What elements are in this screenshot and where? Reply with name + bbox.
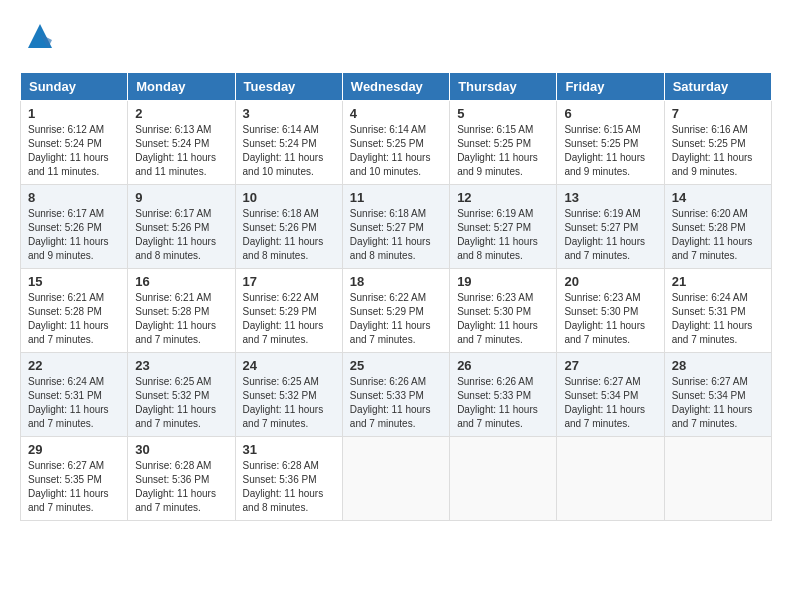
day-header-monday: Monday bbox=[128, 73, 235, 101]
day-info: Sunrise: 6:23 AM Sunset: 5:30 PM Dayligh… bbox=[564, 291, 656, 347]
day-info: Sunrise: 6:27 AM Sunset: 5:35 PM Dayligh… bbox=[28, 459, 120, 515]
day-info: Sunrise: 6:15 AM Sunset: 5:25 PM Dayligh… bbox=[457, 123, 549, 179]
day-number: 28 bbox=[672, 358, 764, 373]
day-number: 11 bbox=[350, 190, 442, 205]
calendar-cell bbox=[450, 437, 557, 521]
day-header-wednesday: Wednesday bbox=[342, 73, 449, 101]
day-info: Sunrise: 6:21 AM Sunset: 5:28 PM Dayligh… bbox=[28, 291, 120, 347]
calendar-cell: 20 Sunrise: 6:23 AM Sunset: 5:30 PM Dayl… bbox=[557, 269, 664, 353]
day-info: Sunrise: 6:13 AM Sunset: 5:24 PM Dayligh… bbox=[135, 123, 227, 179]
day-info: Sunrise: 6:18 AM Sunset: 5:27 PM Dayligh… bbox=[350, 207, 442, 263]
calendar-cell bbox=[557, 437, 664, 521]
calendar-cell: 12 Sunrise: 6:19 AM Sunset: 5:27 PM Dayl… bbox=[450, 185, 557, 269]
day-info: Sunrise: 6:24 AM Sunset: 5:31 PM Dayligh… bbox=[28, 375, 120, 431]
day-info: Sunrise: 6:17 AM Sunset: 5:26 PM Dayligh… bbox=[135, 207, 227, 263]
calendar-cell: 9 Sunrise: 6:17 AM Sunset: 5:26 PM Dayli… bbox=[128, 185, 235, 269]
calendar-cell: 28 Sunrise: 6:27 AM Sunset: 5:34 PM Dayl… bbox=[664, 353, 771, 437]
calendar-cell: 30 Sunrise: 6:28 AM Sunset: 5:36 PM Dayl… bbox=[128, 437, 235, 521]
day-number: 29 bbox=[28, 442, 120, 457]
day-number: 4 bbox=[350, 106, 442, 121]
day-number: 23 bbox=[135, 358, 227, 373]
day-info: Sunrise: 6:17 AM Sunset: 5:26 PM Dayligh… bbox=[28, 207, 120, 263]
day-info: Sunrise: 6:19 AM Sunset: 5:27 PM Dayligh… bbox=[457, 207, 549, 263]
day-info: Sunrise: 6:22 AM Sunset: 5:29 PM Dayligh… bbox=[350, 291, 442, 347]
day-info: Sunrise: 6:15 AM Sunset: 5:25 PM Dayligh… bbox=[564, 123, 656, 179]
calendar-cell: 8 Sunrise: 6:17 AM Sunset: 5:26 PM Dayli… bbox=[21, 185, 128, 269]
day-info: Sunrise: 6:21 AM Sunset: 5:28 PM Dayligh… bbox=[135, 291, 227, 347]
day-info: Sunrise: 6:12 AM Sunset: 5:24 PM Dayligh… bbox=[28, 123, 120, 179]
calendar-cell: 16 Sunrise: 6:21 AM Sunset: 5:28 PM Dayl… bbox=[128, 269, 235, 353]
calendar-cell: 27 Sunrise: 6:27 AM Sunset: 5:34 PM Dayl… bbox=[557, 353, 664, 437]
day-header-friday: Friday bbox=[557, 73, 664, 101]
calendar-cell: 11 Sunrise: 6:18 AM Sunset: 5:27 PM Dayl… bbox=[342, 185, 449, 269]
day-header-sunday: Sunday bbox=[21, 73, 128, 101]
day-number: 1 bbox=[28, 106, 120, 121]
day-number: 12 bbox=[457, 190, 549, 205]
calendar-cell: 25 Sunrise: 6:26 AM Sunset: 5:33 PM Dayl… bbox=[342, 353, 449, 437]
day-info: Sunrise: 6:22 AM Sunset: 5:29 PM Dayligh… bbox=[243, 291, 335, 347]
day-info: Sunrise: 6:14 AM Sunset: 5:25 PM Dayligh… bbox=[350, 123, 442, 179]
day-info: Sunrise: 6:18 AM Sunset: 5:26 PM Dayligh… bbox=[243, 207, 335, 263]
day-number: 5 bbox=[457, 106, 549, 121]
day-number: 22 bbox=[28, 358, 120, 373]
calendar-cell: 4 Sunrise: 6:14 AM Sunset: 5:25 PM Dayli… bbox=[342, 101, 449, 185]
calendar-cell: 26 Sunrise: 6:26 AM Sunset: 5:33 PM Dayl… bbox=[450, 353, 557, 437]
day-number: 13 bbox=[564, 190, 656, 205]
calendar-cell: 5 Sunrise: 6:15 AM Sunset: 5:25 PM Dayli… bbox=[450, 101, 557, 185]
calendar-cell: 10 Sunrise: 6:18 AM Sunset: 5:26 PM Dayl… bbox=[235, 185, 342, 269]
day-number: 20 bbox=[564, 274, 656, 289]
page-header bbox=[20, 20, 772, 56]
calendar-cell: 22 Sunrise: 6:24 AM Sunset: 5:31 PM Dayl… bbox=[21, 353, 128, 437]
day-number: 27 bbox=[564, 358, 656, 373]
day-number: 16 bbox=[135, 274, 227, 289]
day-info: Sunrise: 6:25 AM Sunset: 5:32 PM Dayligh… bbox=[243, 375, 335, 431]
calendar-cell: 29 Sunrise: 6:27 AM Sunset: 5:35 PM Dayl… bbox=[21, 437, 128, 521]
day-info: Sunrise: 6:26 AM Sunset: 5:33 PM Dayligh… bbox=[350, 375, 442, 431]
calendar-cell: 2 Sunrise: 6:13 AM Sunset: 5:24 PM Dayli… bbox=[128, 101, 235, 185]
day-info: Sunrise: 6:26 AM Sunset: 5:33 PM Dayligh… bbox=[457, 375, 549, 431]
day-number: 30 bbox=[135, 442, 227, 457]
day-number: 25 bbox=[350, 358, 442, 373]
day-info: Sunrise: 6:27 AM Sunset: 5:34 PM Dayligh… bbox=[672, 375, 764, 431]
calendar-cell bbox=[342, 437, 449, 521]
calendar-cell: 14 Sunrise: 6:20 AM Sunset: 5:28 PM Dayl… bbox=[664, 185, 771, 269]
day-info: Sunrise: 6:28 AM Sunset: 5:36 PM Dayligh… bbox=[243, 459, 335, 515]
day-number: 15 bbox=[28, 274, 120, 289]
calendar-cell: 24 Sunrise: 6:25 AM Sunset: 5:32 PM Dayl… bbox=[235, 353, 342, 437]
calendar-cell: 13 Sunrise: 6:19 AM Sunset: 5:27 PM Dayl… bbox=[557, 185, 664, 269]
day-number: 7 bbox=[672, 106, 764, 121]
day-info: Sunrise: 6:28 AM Sunset: 5:36 PM Dayligh… bbox=[135, 459, 227, 515]
day-number: 2 bbox=[135, 106, 227, 121]
calendar-cell: 1 Sunrise: 6:12 AM Sunset: 5:24 PM Dayli… bbox=[21, 101, 128, 185]
day-number: 19 bbox=[457, 274, 549, 289]
day-header-tuesday: Tuesday bbox=[235, 73, 342, 101]
day-number: 24 bbox=[243, 358, 335, 373]
calendar-cell: 6 Sunrise: 6:15 AM Sunset: 5:25 PM Dayli… bbox=[557, 101, 664, 185]
calendar-cell: 21 Sunrise: 6:24 AM Sunset: 5:31 PM Dayl… bbox=[664, 269, 771, 353]
calendar-cell: 7 Sunrise: 6:16 AM Sunset: 5:25 PM Dayli… bbox=[664, 101, 771, 185]
calendar-cell: 15 Sunrise: 6:21 AM Sunset: 5:28 PM Dayl… bbox=[21, 269, 128, 353]
day-number: 26 bbox=[457, 358, 549, 373]
day-number: 10 bbox=[243, 190, 335, 205]
logo bbox=[20, 20, 56, 56]
day-header-thursday: Thursday bbox=[450, 73, 557, 101]
calendar-cell: 3 Sunrise: 6:14 AM Sunset: 5:24 PM Dayli… bbox=[235, 101, 342, 185]
day-info: Sunrise: 6:14 AM Sunset: 5:24 PM Dayligh… bbox=[243, 123, 335, 179]
day-header-saturday: Saturday bbox=[664, 73, 771, 101]
day-info: Sunrise: 6:24 AM Sunset: 5:31 PM Dayligh… bbox=[672, 291, 764, 347]
day-number: 17 bbox=[243, 274, 335, 289]
calendar-cell: 17 Sunrise: 6:22 AM Sunset: 5:29 PM Dayl… bbox=[235, 269, 342, 353]
day-number: 31 bbox=[243, 442, 335, 457]
day-number: 3 bbox=[243, 106, 335, 121]
calendar-cell: 18 Sunrise: 6:22 AM Sunset: 5:29 PM Dayl… bbox=[342, 269, 449, 353]
calendar-cell bbox=[664, 437, 771, 521]
day-number: 9 bbox=[135, 190, 227, 205]
calendar-cell: 31 Sunrise: 6:28 AM Sunset: 5:36 PM Dayl… bbox=[235, 437, 342, 521]
calendar-cell: 19 Sunrise: 6:23 AM Sunset: 5:30 PM Dayl… bbox=[450, 269, 557, 353]
day-info: Sunrise: 6:27 AM Sunset: 5:34 PM Dayligh… bbox=[564, 375, 656, 431]
day-number: 6 bbox=[564, 106, 656, 121]
day-number: 21 bbox=[672, 274, 764, 289]
day-info: Sunrise: 6:16 AM Sunset: 5:25 PM Dayligh… bbox=[672, 123, 764, 179]
day-number: 14 bbox=[672, 190, 764, 205]
logo-icon bbox=[24, 20, 56, 52]
